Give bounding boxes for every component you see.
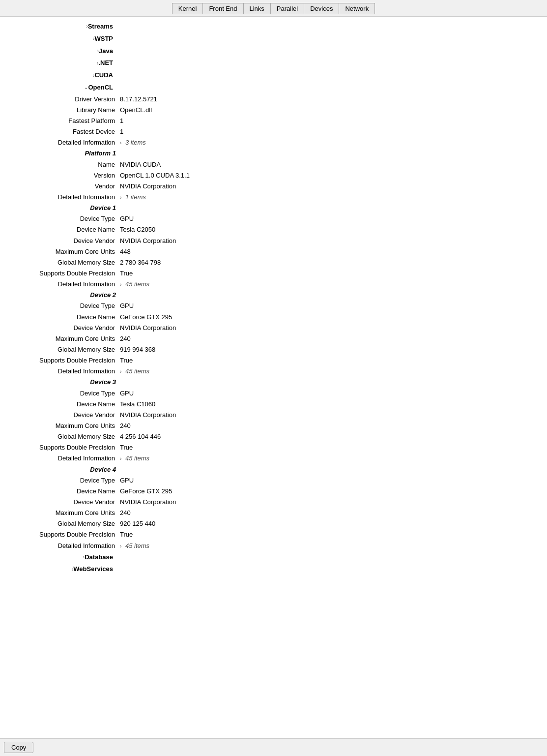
device3-header: Device 3 [0, 377, 118, 388]
p1-version-row: Version OpenCL 1.0 CUDA 3.1.1 [0, 170, 547, 181]
d2-detail-items: 45 items [125, 367, 149, 375]
d3-detail-chevron[interactable]: › [120, 456, 121, 461]
opencl-chevron[interactable]: ⌄ [81, 84, 88, 91]
tree-row-cuda: › CUDA [0, 69, 547, 82]
p1-vendor-val: NVIDIA Corporation [118, 181, 547, 192]
d2-type-row: Device Type GPU [0, 301, 547, 311]
opencl-fastest-device-val: 1 [118, 126, 547, 137]
p1-version-key: Version [0, 170, 118, 181]
d3-type-row: Device Type GPU [0, 388, 547, 399]
opencl-detailed-info-val[interactable]: › 3 items [118, 137, 547, 148]
opencl-library-name-row: Library Name OpenCL.dll [0, 105, 547, 116]
device4-header-row: Device 4 [0, 464, 547, 475]
copy-button[interactable]: Copy [4, 742, 33, 753]
java-chevron[interactable]: › [92, 47, 99, 55]
d4-type-row: Device Type GPU [0, 475, 547, 486]
d3-cores-row: Maximum Core Units 240 [0, 421, 547, 431]
tab-frontend[interactable]: Front End [202, 3, 243, 14]
d1-memory-row: Global Memory Size 2 780 364 798 [0, 257, 547, 268]
p1-version-val: OpenCL 1.0 CUDA 3.1.1 [118, 170, 547, 181]
d1-cores-row: Maximum Core Units 448 [0, 246, 547, 257]
d1-vendor-row: Device Vendor NVIDIA Corporation [0, 236, 547, 246]
platform1-header-row: Platform 1 [0, 148, 547, 159]
cuda-chevron[interactable]: › [87, 72, 94, 80]
tab-bar: Kernel Front End Links Parallel Devices … [0, 0, 547, 17]
tab-links[interactable]: Links [243, 3, 270, 14]
opencl-detailed-info-key: Detailed Information [0, 137, 118, 148]
d2-name-row: Device Name GeForce GTX 295 [0, 312, 547, 323]
device3-header-row: Device 3 [0, 377, 547, 388]
d1-double-row: Supports Double Precision True [0, 268, 547, 279]
d2-detail-chevron[interactable]: › [120, 369, 121, 374]
device2-header: Device 2 [0, 290, 118, 301]
p1-vendor-key: Vendor [0, 181, 118, 192]
webservices-chevron[interactable]: › [66, 566, 73, 574]
p1-vendor-row: Vendor NVIDIA Corporation [0, 181, 547, 192]
opencl-driver-version-key: Driver Version [0, 94, 118, 105]
tree-row-java: › Java [0, 45, 547, 58]
tree-row-streams: › Streams [0, 21, 547, 33]
opencl-fastest-platform-row: Fastest Platform 1 [0, 116, 547, 126]
d4-cores-row: Maximum Core Units 240 [0, 508, 547, 518]
java-label: Java [99, 46, 113, 57]
tree-table: › Streams › WSTP [0, 21, 547, 575]
bottom-bar: Copy [0, 738, 547, 756]
d2-memory-row: Global Memory Size 919 994 368 [0, 344, 547, 355]
opencl-label: OpenCL [88, 83, 113, 93]
d1-type-row: Device Type GPU [0, 213, 547, 224]
opencl-detail-chevron[interactable]: › [120, 140, 121, 146]
d4-name-row: Device Name GeForce GTX 295 [0, 486, 547, 497]
d4-detail-items: 45 items [125, 542, 149, 549]
device1-header: Device 1 [0, 203, 118, 213]
d4-detail-chevron[interactable]: › [120, 544, 121, 549]
opencl-library-name-key: Library Name [0, 105, 118, 116]
device1-header-row: Device 1 [0, 203, 547, 213]
streams-label: Streams [88, 22, 113, 32]
tree-row-dotnet: › .NET [0, 57, 547, 69]
tree-row-webservices: › WebServices [0, 563, 547, 575]
tree-row-database: › Database [0, 551, 547, 564]
tab-network[interactable]: Network [339, 3, 375, 14]
tab-devices[interactable]: Devices [304, 3, 339, 14]
main-content: › Streams › WSTP [0, 17, 547, 738]
p1-detail-items: 1 items [125, 193, 146, 201]
wstp-chevron[interactable]: › [87, 35, 94, 43]
opencl-detailed-info-row: Detailed Information › 3 items [0, 137, 547, 148]
d1-detail-items: 45 items [125, 280, 149, 288]
p1-name-key: Name [0, 159, 118, 170]
d4-detailed-info-row: Detailed Information › 45 items [0, 541, 547, 551]
opencl-driver-version-val: 8.17.12.5721 [118, 94, 547, 105]
dotnet-label: .NET [98, 58, 113, 68]
cuda-label: CUDA [94, 70, 113, 81]
opencl-fastest-platform-key: Fastest Platform [0, 116, 118, 126]
webservices-label: WebServices [73, 564, 113, 575]
tree-row-wstp: › WSTP [0, 33, 547, 45]
device2-header-row: Device 2 [0, 290, 547, 301]
d2-detailed-info-row: Detailed Information › 45 items [0, 366, 547, 377]
d4-vendor-row: Device Vendor NVIDIA Corporation [0, 497, 547, 508]
p1-detail-chevron[interactable]: › [120, 195, 121, 200]
d1-detailed-info-row: Detailed Information › 45 items [0, 279, 547, 290]
dotnet-chevron[interactable]: › [91, 60, 98, 67]
d3-name-row: Device Name Tesla C1060 [0, 399, 547, 410]
d3-double-row: Supports Double Precision True [0, 442, 547, 453]
wstp-label-cell: › WSTP [0, 33, 118, 45]
streams-label-cell: › Streams [0, 21, 118, 33]
opencl-fastest-platform-val: 1 [118, 116, 547, 126]
wstp-label: WSTP [94, 34, 113, 44]
d3-vendor-row: Device Vendor NVIDIA Corporation [0, 410, 547, 421]
tree-row-opencl: ⌄ OpenCL [0, 82, 547, 94]
streams-chevron[interactable]: › [81, 23, 88, 30]
p1-name-row: Name NVIDIA CUDA [0, 159, 547, 170]
opencl-detail-items: 3 items [125, 139, 146, 146]
p1-detailed-info-val[interactable]: › 1 items [118, 192, 547, 203]
tab-parallel[interactable]: Parallel [270, 3, 304, 14]
d4-memory-row: Global Memory Size 920 125 440 [0, 518, 547, 529]
tab-kernel[interactable]: Kernel [172, 3, 203, 14]
opencl-fastest-device-key: Fastest Device [0, 126, 118, 137]
d3-detail-items: 45 items [125, 454, 149, 462]
d1-detail-chevron[interactable]: › [120, 282, 121, 287]
database-chevron[interactable]: › [78, 553, 85, 561]
d3-detailed-info-row: Detailed Information › 45 items [0, 453, 547, 464]
opencl-library-name-val: OpenCL.dll [118, 105, 547, 116]
